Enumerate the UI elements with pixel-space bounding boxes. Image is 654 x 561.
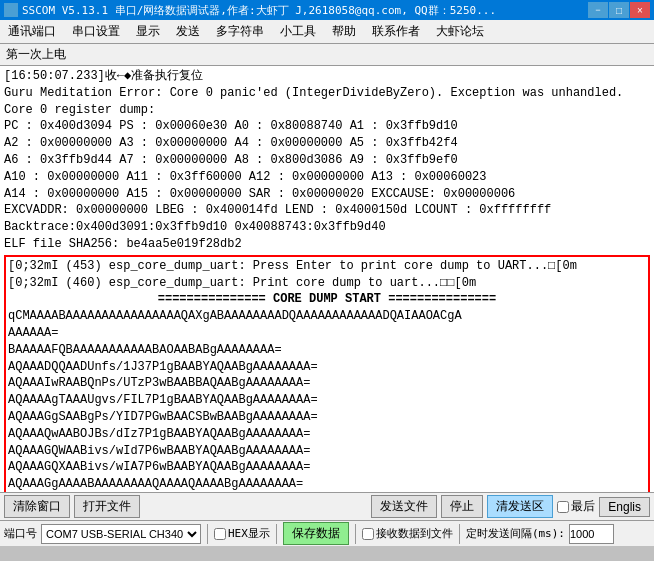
receive-file-checkbox[interactable] xyxy=(362,528,374,540)
divider-4 xyxy=(459,524,460,544)
last-label: 最后 xyxy=(571,498,595,515)
close-button[interactable]: × xyxy=(630,2,650,18)
red-box-line: AQAAAGgAAAABAAAAAAAAQAAAAQAAAABgAAAAAAAA… xyxy=(8,476,646,492)
menu-send[interactable]: 发送 xyxy=(172,22,204,41)
receive-file-text: 接收数据到文件 xyxy=(376,526,453,541)
port-label: 端口号 xyxy=(4,526,37,541)
auto-send-button[interactable]: 清发送区 xyxy=(487,495,553,518)
red-box-line: AQAAAAgTAAAUgvs/FIL7P1gBAABYAQAABgAAAAAA… xyxy=(8,392,646,409)
clear-window-button[interactable]: 清除窗口 xyxy=(4,495,70,518)
red-box-line: AQAAADQQAADUnfs/1J37P1gBAABYAQAABgAAAAAA… xyxy=(8,359,646,376)
receive-file-label[interactable]: 接收数据到文件 xyxy=(362,526,453,541)
hex-display-label[interactable]: HEX显示 xyxy=(214,526,270,541)
content-line: [16:50:07.233]收←◆准备执行复位 xyxy=(4,68,650,85)
red-box-line: AQAAAGQXAABivs/wIA7P6wBAABYAQAABgAAAAAAA… xyxy=(8,459,646,476)
red-box-line: AQAAAIwRAABQnPs/UTzP3wBAABBAQAABgAAAAAAA… xyxy=(8,375,646,392)
title-bar: SSCOM V5.13.1 串口/网络数据调试器,作者:大虾丁 J,261805… xyxy=(0,0,654,20)
red-box-line: =============== CORE DUMP START ========… xyxy=(8,291,646,308)
content-line: EXCVADDR: 0x00000000 LBEG : 0x400014fd L… xyxy=(4,202,650,219)
menu-comm-port[interactable]: 通讯端口 xyxy=(4,22,60,41)
interval-input[interactable] xyxy=(569,524,614,544)
divider-2 xyxy=(276,524,277,544)
title-text: SSCOM V5.13.1 串口/网络数据调试器,作者:大虾丁 J,261805… xyxy=(22,3,496,18)
port-label-item: 端口号 xyxy=(4,526,37,541)
content-scroll[interactable]: [16:50:07.233]收←◆准备执行复位Guru Meditation E… xyxy=(0,66,654,492)
menu-tools[interactable]: 小工具 xyxy=(276,22,320,41)
menu-bar: 通讯端口 串口设置 显示 发送 多字符串 小工具 帮助 联系作者 大虾论坛 xyxy=(0,20,654,44)
hex-display-text: HEX显示 xyxy=(228,526,270,541)
divider-1 xyxy=(207,524,208,544)
content-line: PC : 0x400d3094 PS : 0x00060e30 A0 : 0x8… xyxy=(4,118,650,135)
content-line: Guru Meditation Error: Core 0 panic'ed (… xyxy=(4,85,650,102)
divider-3 xyxy=(355,524,356,544)
title-bar-left: SSCOM V5.13.1 串口/网络数据调试器,作者:大虾丁 J,261805… xyxy=(4,3,496,18)
red-box-line: AQAAAGgSAABgPs/YID7PGwBAACSBwBAABgAAAAAA… xyxy=(8,409,646,426)
app-icon xyxy=(4,3,18,17)
hex-display-checkbox[interactable] xyxy=(214,528,226,540)
english-button[interactable]: Englis xyxy=(599,497,650,517)
minimize-button[interactable]: － xyxy=(588,2,608,18)
red-box-line: AQAAAQwAABOJBs/dIz7P1gBAABYAQAABgAAAAAAA… xyxy=(8,426,646,443)
red-box-line: qCMAAAABAAAAAAAAAAAAAAAAQAXgABAAAAAAAADQ… xyxy=(8,308,646,325)
maximize-button[interactable]: □ xyxy=(609,2,629,18)
red-box-line: [0;32mI (460) esp_core_dump_uart: Print … xyxy=(8,275,646,292)
open-file-button[interactable]: 打开文件 xyxy=(74,495,140,518)
save-data-button[interactable]: 保存数据 xyxy=(283,522,349,545)
content-line: ELF file SHA256: be4aa5e019f28db2 xyxy=(4,236,650,253)
menu-display[interactable]: 显示 xyxy=(132,22,164,41)
port-select[interactable]: COM7 USB-SERIAL CH340 xyxy=(41,524,201,544)
menu-forum[interactable]: 大虾论坛 xyxy=(432,22,488,41)
content-line: A6 : 0x3ffb9d44 A7 : 0x00000000 A8 : 0x8… xyxy=(4,152,650,169)
status-bar: 端口号 COM7 USB-SERIAL CH340 HEX显示 保存数据 接收数… xyxy=(0,520,654,546)
bottom-toolbar: 清除窗口 打开文件 发送文件 停止 清发送区 最后 Englis xyxy=(0,492,654,520)
red-box-line: BAAAAAFQBAAAAAAAAAAABAOAABABgAAAAAAAA= xyxy=(8,342,646,359)
main-area: [16:50:07.233]收←◆准备执行复位Guru Meditation E… xyxy=(0,66,654,492)
sub-header-label: 第一次上电 xyxy=(6,47,66,61)
content-line: Core 0 register dump: xyxy=(4,102,650,119)
content-line: Backtrace:0x400d3091:0x3ffb9d10 0x400887… xyxy=(4,219,650,236)
menu-multi-string[interactable]: 多字符串 xyxy=(212,22,268,41)
red-box-line: [0;32mI (453) esp_core_dump_uart: Press … xyxy=(8,258,646,275)
red-box-content: [0;32mI (453) esp_core_dump_uart: Press … xyxy=(4,255,650,492)
interval-label: 定时发送间隔(ms): xyxy=(466,526,565,541)
last-checkbox[interactable] xyxy=(557,501,569,513)
red-box-line: AQAAAGQWAABivs/wId7P6wBAABYAQAABgAAAAAAA… xyxy=(8,443,646,460)
menu-help[interactable]: 帮助 xyxy=(328,22,360,41)
content-line: A10 : 0x00000000 A11 : 0x3ff60000 A12 : … xyxy=(4,169,650,186)
menu-serial-settings[interactable]: 串口设置 xyxy=(68,22,124,41)
title-bar-controls: － □ × xyxy=(588,2,650,18)
content-lines: [16:50:07.233]收←◆准备执行复位Guru Meditation E… xyxy=(4,68,650,253)
sub-header: 第一次上电 xyxy=(0,44,654,66)
content-line: A14 : 0x00000000 A15 : 0x00000000 SAR : … xyxy=(4,186,650,203)
red-box-line: AAAAAA= xyxy=(8,325,646,342)
content-line: A2 : 0x00000000 A3 : 0x00000000 A4 : 0x0… xyxy=(4,135,650,152)
menu-contact[interactable]: 联系作者 xyxy=(368,22,424,41)
last-checkbox-label[interactable]: 最后 xyxy=(557,498,595,515)
stop-button[interactable]: 停止 xyxy=(441,495,483,518)
send-file-button[interactable]: 发送文件 xyxy=(371,495,437,518)
